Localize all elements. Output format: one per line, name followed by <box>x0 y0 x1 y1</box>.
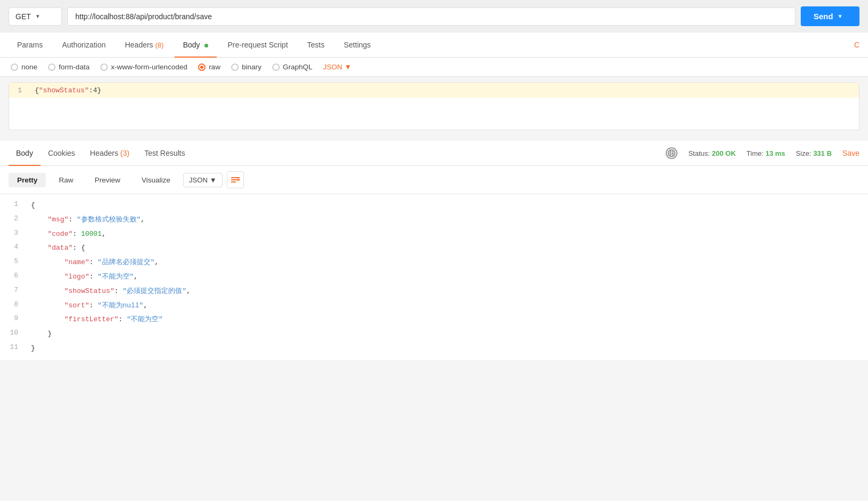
radio-binary[interactable] <box>231 63 239 71</box>
time-label: Time: 13 ms <box>746 149 785 157</box>
code-line-empty <box>9 98 859 130</box>
send-button[interactable]: Send ▼ <box>801 6 859 26</box>
resp-tab-test-results[interactable]: Test Results <box>137 141 192 166</box>
send-label: Send <box>814 12 833 21</box>
url-input[interactable] <box>67 7 795 26</box>
format-selector[interactable]: JSON ▼ <box>323 63 351 71</box>
wrap-icon[interactable] <box>227 171 244 188</box>
json-line-4: 4 "data": { <box>0 241 868 256</box>
fmt-preview[interactable]: Preview <box>86 173 129 187</box>
json-line-5: 5 "name": "品牌名必须提交", <box>0 256 868 270</box>
format-chevron-icon: ▼ <box>344 63 351 71</box>
status-value: 200 OK <box>712 149 736 157</box>
method-dropdown[interactable]: GET ▼ <box>9 7 62 26</box>
json-line-6: 6 "logo": "不能为空", <box>0 270 868 284</box>
method-chevron-icon: ▼ <box>35 13 41 19</box>
line-number-1: 1 <box>9 86 30 94</box>
tab-authorization[interactable]: Authorization <box>53 33 114 58</box>
headers-badge: (8) <box>155 41 164 49</box>
response-json: 1 { 2 "msg": "参数格式校验失败", 3 "code": 10001… <box>0 194 868 360</box>
fmt-raw[interactable]: Raw <box>50 173 82 187</box>
time-value: 13 ms <box>766 149 785 157</box>
response-tabs: Body Cookies Headers (3) Test Results St… <box>0 141 868 166</box>
resp-headers-badge: (3) <box>120 149 129 157</box>
code-line-1: 1 {"showStatus":4} <box>9 83 859 98</box>
json-line-1: 1 { <box>0 198 868 213</box>
globe-icon[interactable] <box>666 147 677 159</box>
json-line-10: 10 } <box>0 327 868 341</box>
radio-none[interactable] <box>11 63 18 71</box>
line-content-1: {"showStatus":4} <box>30 85 859 96</box>
fmt-visualize[interactable]: Visualize <box>133 173 179 187</box>
json-line-3: 3 "code": 10001, <box>0 227 868 242</box>
size-label: Size: 331 B <box>796 149 832 157</box>
radio-x-www[interactable] <box>100 63 108 71</box>
tab-more[interactable]: C <box>854 33 859 57</box>
request-tabs: Params Authorization Headers (8) Body Pr… <box>0 33 868 58</box>
tab-params[interactable]: Params <box>9 33 51 58</box>
response-section: Body Cookies Headers (3) Test Results St… <box>0 141 868 360</box>
tab-headers[interactable]: Headers (8) <box>116 33 172 58</box>
response-meta: Status: 200 OK Time: 13 ms Size: 331 B S… <box>666 147 859 159</box>
resp-tab-body[interactable]: Body <box>9 141 41 166</box>
format-toolbar: Pretty Raw Preview Visualize JSON ▼ <box>0 166 868 194</box>
option-raw[interactable]: raw <box>198 63 220 71</box>
resp-format-chevron-icon: ▼ <box>210 176 217 184</box>
size-value: 331 B <box>813 149 832 157</box>
radio-form-data[interactable] <box>48 63 56 71</box>
option-x-www[interactable]: x-www-form-urlencoded <box>100 63 187 71</box>
json-line-8: 8 "sort": "不能为null", <box>0 299 868 313</box>
resp-tab-headers[interactable]: Headers (3) <box>83 141 137 166</box>
option-none[interactable]: none <box>11 63 37 71</box>
json-line-2: 2 "msg": "参数格式校验失败", <box>0 213 868 227</box>
json-line-9: 9 "firstLetter": "不能为空" <box>0 313 868 327</box>
radio-raw[interactable] <box>198 63 206 71</box>
url-bar: GET ▼ Send ▼ <box>0 0 868 33</box>
section-divider <box>0 136 868 141</box>
tab-settings[interactable]: Settings <box>335 33 380 58</box>
method-label: GET <box>15 12 31 21</box>
body-options: none form-data x-www-form-urlencoded raw… <box>0 58 868 77</box>
fmt-pretty[interactable]: Pretty <box>9 173 46 187</box>
option-form-data[interactable]: form-data <box>48 63 90 71</box>
response-format-selector[interactable]: JSON ▼ <box>183 173 223 187</box>
radio-graphql[interactable] <box>272 63 280 71</box>
request-body-editor[interactable]: 1 {"showStatus":4} <box>9 82 859 130</box>
send-chevron-icon: ▼ <box>838 13 843 19</box>
json-line-7: 7 "showStatus": "必须提交指定的值", <box>0 284 868 299</box>
tab-pre-request[interactable]: Pre-request Script <box>219 33 296 58</box>
option-binary[interactable]: binary <box>231 63 262 71</box>
status-label: Status: 200 OK <box>688 149 736 157</box>
resp-tab-cookies[interactable]: Cookies <box>41 141 83 166</box>
body-active-dot <box>204 44 208 47</box>
tab-body[interactable]: Body <box>175 33 217 58</box>
option-graphql[interactable]: GraphQL <box>272 63 313 71</box>
tab-tests[interactable]: Tests <box>298 33 333 58</box>
save-button[interactable]: Save <box>842 149 859 157</box>
json-line-11: 11 } <box>0 341 868 356</box>
